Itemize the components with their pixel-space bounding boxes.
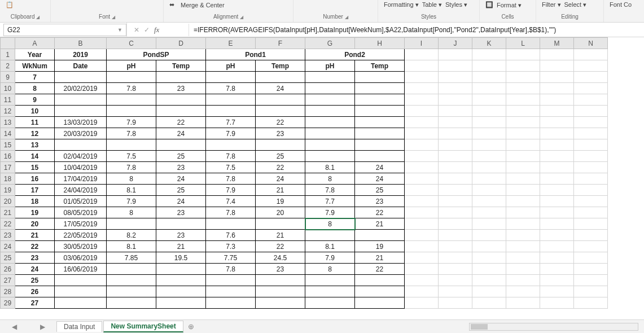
row-header[interactable]: 23 — [1, 230, 15, 241]
row-header[interactable]: 14 — [1, 128, 15, 139]
pondsp-ph-cell[interactable]: 7.85 — [107, 252, 156, 264]
format-btn[interactable]: Format ▾ — [497, 2, 522, 9]
pond1-ph-cell[interactable]: 7.8 — [206, 83, 256, 94]
tab-nav-prev-icon[interactable]: ◀ — [12, 323, 17, 331]
date-cell[interactable]: 10/04/2019 — [55, 162, 107, 173]
pond1-temp-cell[interactable] — [256, 72, 305, 83]
pond1-temp-cell[interactable] — [256, 275, 305, 286]
sheet-add-button[interactable]: ⊕ — [185, 322, 198, 331]
pondsp-ph-cell[interactable] — [107, 218, 156, 230]
pond1-ph-cell[interactable] — [206, 94, 256, 106]
row-header[interactable]: 21 — [1, 207, 15, 218]
pondsp-ph-cell[interactable]: 7.9 — [107, 117, 156, 128]
row-header[interactable]: 17 — [1, 162, 15, 173]
wknum-cell[interactable]: 21 — [15, 230, 55, 241]
pond2-temp-cell[interactable]: 22 — [355, 207, 405, 218]
pond2-ph-cell[interactable] — [305, 128, 355, 139]
column-header[interactable]: B — [55, 38, 107, 49]
pond1-ph-cell[interactable]: 7.8 — [206, 173, 256, 185]
pond2-temp-cell[interactable] — [355, 117, 405, 128]
wknum-cell[interactable]: 13 — [15, 139, 55, 151]
pondsp-temp-cell[interactable] — [156, 72, 206, 83]
pondsp-ph-cell[interactable]: 7.5 — [107, 151, 156, 162]
pond1-ph-cell[interactable]: 7.3 — [206, 241, 256, 252]
pondsp-ph-cell[interactable]: 7.8 — [107, 128, 156, 139]
horizontal-scrollbar[interactable] — [469, 323, 638, 331]
pond1-temp-cell[interactable] — [256, 94, 305, 106]
date-cell[interactable] — [55, 72, 107, 83]
date-cell[interactable]: 20/02/2019 — [55, 83, 107, 94]
pondsp-ph-cell[interactable]: 8 — [107, 207, 156, 218]
pond1-temp-cell[interactable]: 20 — [256, 207, 305, 218]
pond1-ph-cell[interactable] — [206, 72, 256, 83]
pond2-temp-cell[interactable]: 21 — [355, 252, 405, 264]
wknum-cell[interactable]: 12 — [15, 128, 55, 139]
pondsp-temp-cell[interactable]: 22 — [156, 117, 206, 128]
wknum-cell[interactable]: 17 — [15, 185, 55, 196]
pond2-temp-cell[interactable]: 25 — [355, 185, 405, 196]
pondsp-temp-cell[interactable] — [156, 139, 206, 151]
date-cell[interactable]: 30/05/2019 — [55, 241, 107, 252]
pond1-temp-cell[interactable]: 24 — [256, 83, 305, 94]
row-header[interactable]: 11 — [1, 94, 15, 106]
wknum-cell[interactable]: 18 — [15, 196, 55, 207]
pond2-temp-cell[interactable] — [355, 286, 405, 297]
pondsp-temp-cell[interactable] — [156, 286, 206, 297]
pond1-ph-cell[interactable]: 7.9 — [206, 128, 256, 139]
pond2-temp-cell[interactable]: 23 — [355, 196, 405, 207]
name-box[interactable]: G22 ▼ — [3, 24, 126, 36]
pond1-temp-cell[interactable] — [256, 218, 305, 230]
date-cell[interactable]: 20/03/2019 — [55, 128, 107, 139]
row-header[interactable]: 12 — [1, 106, 15, 117]
date-cell[interactable]: 17/04/2019 — [55, 173, 107, 185]
wknum-cell[interactable]: 8 — [15, 83, 55, 94]
pondsp-temp-cell[interactable]: 24 — [156, 196, 206, 207]
pond1-ph-cell[interactable]: 7.4 — [206, 196, 256, 207]
row-header[interactable]: 18 — [1, 173, 15, 185]
pond1-ph-cell[interactable]: 7.5 — [206, 162, 256, 173]
pond2-temp-cell[interactable]: 22 — [355, 264, 405, 275]
date-cell[interactable]: 22/05/2019 — [55, 230, 107, 241]
date-cell[interactable]: 01/05/2019 — [55, 196, 107, 207]
wknum-cell[interactable]: 26 — [15, 286, 55, 297]
pond2-ph-cell[interactable] — [305, 106, 355, 117]
pondsp-temp-cell[interactable]: 24 — [156, 173, 206, 185]
pondsp-temp-cell[interactable] — [156, 297, 206, 309]
pondsp-ph-cell[interactable] — [107, 264, 156, 275]
date-cell[interactable]: 24/04/2019 — [55, 185, 107, 196]
row-header[interactable]: 20 — [1, 196, 15, 207]
date-cell[interactable] — [55, 275, 107, 286]
pond2-ph-cell[interactable] — [305, 94, 355, 106]
cond-formatting-btn[interactable]: Formatting ▾ — [384, 1, 419, 8]
wknum-cell[interactable]: 14 — [15, 151, 55, 162]
column-header[interactable]: D — [156, 38, 206, 49]
column-header[interactable]: C — [107, 38, 156, 49]
pond1-ph-cell[interactable]: 7.9 — [206, 185, 256, 196]
pondsp-ph-cell[interactable]: 8.2 — [107, 230, 156, 241]
pond1-temp-cell[interactable] — [256, 286, 305, 297]
pond2-ph-cell[interactable] — [305, 297, 355, 309]
pondsp-temp-cell[interactable]: 23 — [156, 207, 206, 218]
row-header[interactable]: 13 — [1, 117, 15, 128]
pond1-ph-cell[interactable] — [206, 106, 256, 117]
pond2-temp-cell[interactable]: 24 — [355, 173, 405, 185]
pond2-ph-cell[interactable]: 8 — [305, 264, 355, 275]
pond1-temp-cell[interactable]: 24.5 — [256, 252, 305, 264]
pond2-temp-cell[interactable] — [355, 83, 405, 94]
pond1-temp-cell[interactable]: 21 — [256, 230, 305, 241]
date-cell[interactable]: 02/04/2019 — [55, 151, 107, 162]
pondsp-ph-cell[interactable] — [107, 106, 156, 117]
pondsp-ph-cell[interactable] — [107, 275, 156, 286]
row-header[interactable]: 1 — [1, 49, 15, 60]
font-color-stub[interactable]: Font Co — [610, 1, 632, 8]
pondsp-ph-cell[interactable] — [107, 286, 156, 297]
pond1-temp-cell[interactable]: 21 — [256, 185, 305, 196]
pondsp-temp-cell[interactable]: 24 — [156, 128, 206, 139]
column-header[interactable]: F — [256, 38, 305, 49]
pond1-ph-cell[interactable]: 7.75 — [206, 252, 256, 264]
date-cell[interactable]: 03/06/2019 — [55, 252, 107, 264]
row-header[interactable]: 10 — [1, 83, 15, 94]
pond1-temp-cell[interactable]: 24 — [256, 173, 305, 185]
column-header[interactable]: H — [355, 38, 405, 49]
sheet-tab-new-summarysheet[interactable]: New SummarySheet — [103, 321, 183, 332]
